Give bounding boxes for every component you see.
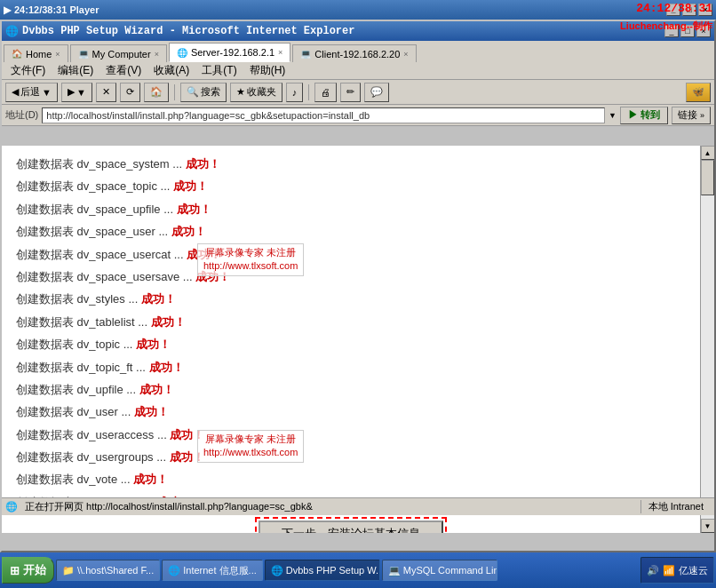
scrollbar-track[interactable] — [701, 160, 714, 519]
tab-server-label: Server-192.168.2.1 — [191, 47, 274, 58]
home-btn[interactable]: 🏠 — [144, 83, 169, 102]
taskbar-item-1[interactable]: 🌐 Internet 信息服... — [162, 560, 263, 581]
content-scroll[interactable]: 创建数据表 dv_space_system ... 成功！ 创建数据表 dv_s… — [2, 146, 700, 533]
menu-edit[interactable]: 编辑(E) — [52, 62, 99, 79]
menu-tools[interactable]: 工具(T) — [196, 62, 242, 79]
next-step-button[interactable]: 下一步，安装论坛基本信息 — [259, 520, 443, 533]
scrollbar[interactable]: ▲ ▼ — [700, 146, 714, 533]
taskbar-item-0-label: \\.host\Shared F... — [77, 565, 154, 576]
status-zone: 本地 Intranet — [640, 500, 711, 513]
ie-tab-bar: 🏠 Home × 💻 My Computer × 🌐 Server-192.16… — [2, 41, 714, 62]
tab-mycomputer-label: My Computer — [92, 49, 151, 60]
taskbar-item-3[interactable]: 💻 MySQL Command Lin... — [382, 560, 497, 581]
start-button[interactable]: ⊞ 开始 — [2, 557, 54, 584]
back-dropdown-icon: ▼ — [42, 87, 52, 98]
address-input[interactable] — [42, 107, 605, 123]
msn-btn[interactable]: 🦋 — [686, 83, 711, 102]
refresh-btn[interactable]: ⟳ — [120, 83, 140, 102]
forward-btn[interactable]: ▶ ▼ — [61, 83, 92, 102]
taskbar-item-3-label: MySQL Command Lin... — [403, 565, 497, 576]
print-btn[interactable]: 🖨 — [314, 83, 337, 102]
menu-file[interactable]: 文件(F) — [5, 62, 51, 79]
watermark-1-line2: http://www.tlxsoft.com — [203, 259, 298, 273]
go-button[interactable]: ▶ 转到 — [620, 107, 668, 124]
tab-home[interactable]: 🏠 Home × — [4, 44, 68, 62]
links-button[interactable]: 链接 » — [672, 107, 711, 124]
media-icon: ♪ — [292, 87, 298, 98]
back-btn[interactable]: ◀ 后退 ▼ — [5, 83, 58, 102]
star-icon: ★ — [236, 86, 245, 98]
tab-mycomputer[interactable]: 💻 My Computer × — [70, 44, 167, 62]
tab-client-close[interactable]: × — [403, 50, 408, 59]
refresh-icon: ⟳ — [126, 86, 134, 98]
scroll-down-btn[interactable]: ▼ — [701, 519, 715, 533]
menu-view[interactable]: 查看(V) — [100, 62, 147, 79]
tab-server-close[interactable]: × — [278, 48, 282, 57]
discuss-icon: 💬 — [370, 86, 383, 98]
stop-icon: ✕ — [102, 86, 110, 98]
ie-icon: 🌐 — [5, 25, 19, 37]
tab-client[interactable]: 💻 Client-192.168.2.20 × — [292, 44, 416, 62]
tab-home-close[interactable]: × — [55, 50, 60, 59]
tray-icon-2: 📶 — [663, 565, 675, 576]
watermark-1-line1: 屏幕录像专家 未注册 — [203, 246, 298, 259]
ie-menu-bar: 文件(F) 编辑(E) 查看(V) 收藏(A) 工具(T) 帮助(H) — [2, 62, 714, 80]
search-btn[interactable]: 🔍 搜索 — [180, 83, 227, 102]
timer-display: 24:12/38:31 — [636, 2, 712, 15]
favorites-btn[interactable]: ★ 收藏夹 — [230, 83, 282, 102]
edit-btn[interactable]: ✏ — [340, 83, 361, 102]
tab-server-icon: 🌐 — [177, 48, 187, 58]
ie-title-text: Dvbbs PHP Setup Wizard - Microsoft Inter… — [22, 25, 354, 37]
ie-address-bar: 地址(D) ▼ ▶ 转到 链接 » — [2, 105, 714, 126]
watermark-2: 屏幕录像专家 未注册 http://www.tlxsoft.com — [197, 430, 304, 463]
content-area: 创建数据表 dv_space_system ... 成功！ 创建数据表 dv_s… — [2, 146, 714, 533]
row-2: 创建数据表 dv_space_upfile ... 成功！ — [16, 198, 686, 220]
menu-help[interactable]: 帮助(H) — [244, 62, 291, 79]
player-title-text: 24:12/38:31 Player — [14, 4, 99, 15]
tab-home-icon: 🏠 — [12, 49, 22, 59]
links-expand-icon: » — [700, 111, 704, 120]
ie-title-area: 🌐 Dvbbs PHP Setup Wizard - Microsoft Int… — [5, 25, 354, 37]
scroll-up-btn[interactable]: ▲ — [701, 146, 715, 160]
row-5: 创建数据表 dv_space_usersave ... 成功！ — [16, 266, 686, 288]
tab-mycomputer-close[interactable]: × — [155, 50, 159, 59]
row-10: 创建数据表 dv_upfile ... 成功！ — [16, 378, 686, 401]
tab-server[interactable]: 🌐 Server-192.168.2.1 × — [169, 43, 290, 62]
ie-toolbar: ◀ 后退 ▼ ▶ ▼ ✕ ⟳ 🏠 🔍 搜索 ★ — [2, 80, 714, 105]
ie-titlebar: 🌐 Dvbbs PHP Setup Wizard - Microsoft Int… — [2, 21, 714, 41]
next-btn-container: 下一步，安装论坛基本信息 — [16, 520, 686, 533]
menu-favorites[interactable]: 收藏(A) — [148, 62, 195, 79]
toolbar-sep2 — [308, 84, 309, 100]
taskbar-item-2[interactable]: 🌐 Dvbbs PHP Setup W... — [265, 560, 380, 581]
row-12: 创建数据表 dv_useraccess ... 成功！ — [16, 424, 686, 446]
row-6: 创建数据表 dv_styles ... 成功！ — [16, 288, 686, 310]
taskbar-item-0[interactable]: 📁 \\.host\Shared F... — [56, 560, 160, 581]
taskbar-item-1-label: Internet 信息服... — [183, 564, 257, 577]
taskbar-tray: 🔊 📶 亿速云 — [640, 557, 714, 584]
go-arrow-icon: ▶ — [628, 109, 638, 120]
player-title-icon: ▶ — [4, 4, 11, 16]
taskbar-item-2-icon: 🌐 — [271, 565, 283, 576]
taskbar: ⊞ 开始 📁 \\.host\Shared F... 🌐 Internet 信息… — [0, 552, 716, 588]
credit-text: Liuchenchang--制作 — [620, 20, 712, 33]
windows-logo-icon: ⊞ — [10, 564, 20, 577]
forward-icon: ▶ — [68, 86, 75, 98]
row-7: 创建数据表 dv_tablelist ... 成功！ — [16, 311, 686, 333]
media-btn[interactable]: ♪ — [286, 83, 304, 102]
taskbar-item-1-icon: 🌐 — [168, 565, 180, 576]
discuss-btn[interactable]: 💬 — [364, 83, 389, 102]
stop-btn[interactable]: ✕ — [96, 83, 116, 102]
edit-icon: ✏ — [346, 86, 354, 98]
print-icon: 🖨 — [321, 87, 330, 98]
tab-home-label: Home — [26, 49, 52, 60]
row-11: 创建数据表 dv_user ... 成功！ — [16, 401, 686, 423]
ie-window: 🌐 Dvbbs PHP Setup Wizard - Microsoft Int… — [0, 20, 716, 552]
taskbar-item-0-icon: 📁 — [62, 565, 75, 576]
row-14: 创建数据表 dv_vote ... 成功！ — [16, 468, 686, 490]
watermark-2-line1: 屏幕录像专家 未注册 — [203, 433, 298, 446]
address-label: 地址(D) — [5, 108, 38, 122]
scrollbar-thumb[interactable] — [701, 160, 714, 195]
toolbar-sep1 — [174, 84, 175, 100]
taskbar-items: 📁 \\.host\Shared F... 🌐 Internet 信息服... … — [56, 557, 639, 584]
player-title-area: ▶ 24:12/38:31 Player — [4, 4, 99, 16]
